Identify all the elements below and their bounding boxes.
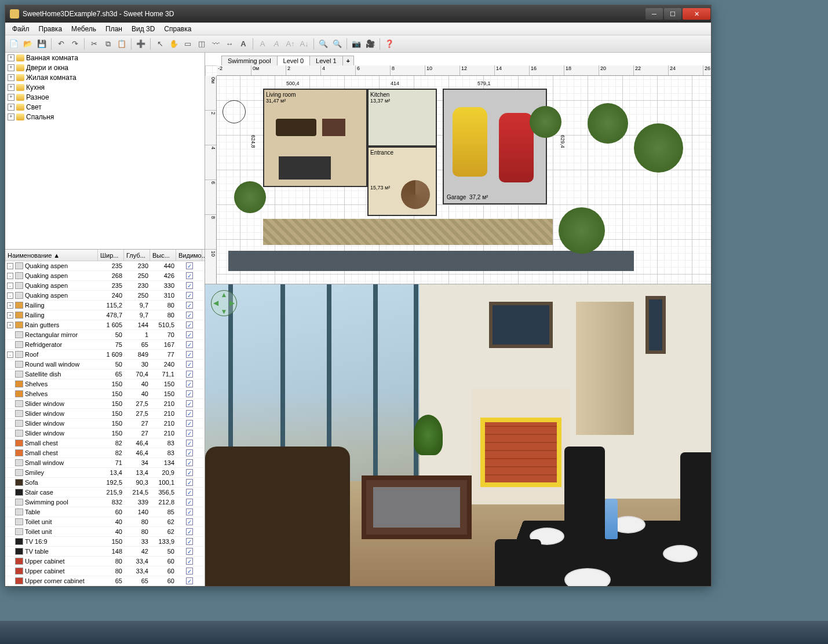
photo-icon[interactable]: 📷 <box>350 38 363 50</box>
tab-swimming-pool[interactable]: Swimming pool <box>221 56 278 65</box>
expand-icon[interactable]: + <box>8 114 14 120</box>
expand-icon[interactable]: - <box>7 273 13 279</box>
visible-checkbox[interactable]: ✓ <box>186 400 193 407</box>
furniture-row[interactable]: Satellite dish6570,471,1✓ <box>5 369 205 379</box>
select-tool-icon[interactable]: ↖ <box>154 38 166 50</box>
menu-edit[interactable]: Правка <box>34 24 67 34</box>
undo-icon[interactable]: ↶ <box>54 38 67 50</box>
staircase-plan[interactable] <box>401 180 430 209</box>
catalog-item[interactable]: +Разное <box>5 92 205 102</box>
visible-checkbox[interactable]: ✓ <box>186 292 193 299</box>
plan-canvas[interactable]: -20м246810121416182022242628 0м246810 50… <box>205 65 711 284</box>
expand-icon[interactable]: + <box>8 74 14 81</box>
furniture-row[interactable]: Small window7134134✓ <box>5 458 205 468</box>
col-width[interactable]: Шир... <box>98 250 124 261</box>
chair-3d[interactable] <box>680 452 711 533</box>
visible-checkbox[interactable]: ✓ <box>186 430 193 437</box>
video-icon[interactable]: 🎥 <box>364 38 377 50</box>
furniture-row[interactable]: Toilet unit408062✓ <box>5 517 205 527</box>
furniture-row[interactable]: Small chest8246,483✓ <box>5 448 205 458</box>
expand-icon[interactable]: + <box>7 322 13 328</box>
menu-furniture[interactable]: Мебель <box>67 24 101 34</box>
expand-icon[interactable]: + <box>8 64 14 71</box>
tab-add-level[interactable]: + <box>342 56 354 65</box>
redo-icon[interactable]: ↷ <box>68 38 81 50</box>
tree-plan[interactable] <box>559 207 605 254</box>
visible-checkbox[interactable]: ✓ <box>186 321 193 328</box>
nav-control[interactable]: ▲ ◀▶ ▼ <box>211 290 237 316</box>
diningtable-plan[interactable] <box>279 156 331 180</box>
catalog-item[interactable]: +Спальня <box>5 112 205 122</box>
visible-checkbox[interactable]: ✓ <box>186 577 193 584</box>
coffeetable-plan[interactable] <box>322 119 345 136</box>
catalog-item[interactable]: +Жилая комната <box>5 72 205 82</box>
furniture-row[interactable]: Sofa192,590,3100,1✓ <box>5 478 205 488</box>
car-red[interactable] <box>499 113 534 182</box>
furniture-row[interactable]: Smiley13,413,420,9✓ <box>5 468 205 478</box>
view-3d[interactable]: ▲ ◀▶ ▼ <box>205 284 711 586</box>
taskbar[interactable] <box>0 621 828 644</box>
visible-checkbox[interactable]: ✓ <box>186 272 193 279</box>
col-depth[interactable]: Глуб... <box>124 250 150 261</box>
furniture-list[interactable]: Наименование ▲ Шир... Глуб... Выс... Вид… <box>5 250 205 586</box>
room-tool-icon[interactable]: ◫ <box>195 38 208 50</box>
minimize-button[interactable]: ─ <box>645 8 663 20</box>
furniture-row[interactable]: Stair case215,9214,5356,5✓ <box>5 488 205 497</box>
furniture-row[interactable]: -Quaking aspen235230440✓ <box>5 261 205 271</box>
furniture-row[interactable]: Upper corner cabinet656560✓ <box>5 576 205 586</box>
nav-left-icon[interactable]: ◀ <box>211 299 220 307</box>
visible-checkbox[interactable]: ✓ <box>186 568 193 575</box>
sofa-plan[interactable] <box>276 119 316 136</box>
paste-icon[interactable]: 📋 <box>115 38 128 50</box>
furniture-row[interactable]: Upper cabinet8033,460✓ <box>5 566 205 576</box>
visible-checkbox[interactable]: ✓ <box>186 489 193 496</box>
visible-checkbox[interactable]: ✓ <box>186 380 193 387</box>
visible-checkbox[interactable]: ✓ <box>186 449 193 456</box>
furniture-row[interactable]: Shelves15040150✓ <box>5 389 205 399</box>
furniture-row[interactable]: Small chest8246,483✓ <box>5 438 205 448</box>
catalog-item[interactable]: +Свет <box>5 102 205 112</box>
tree-plan[interactable] <box>530 106 561 138</box>
menu-plan[interactable]: План <box>101 24 127 34</box>
furniture-row[interactable]: -Quaking aspen240250310✓ <box>5 291 205 301</box>
visible-checkbox[interactable]: ✓ <box>186 499 193 506</box>
catalog-tree[interactable]: +Ванная комната+Двери и окна+Жилая комна… <box>5 53 205 250</box>
compass-icon[interactable] <box>222 100 246 123</box>
visible-checkbox[interactable]: ✓ <box>186 459 193 466</box>
polyline-tool-icon[interactable]: 〰 <box>209 38 222 50</box>
menu-file[interactable]: Файл <box>8 24 34 34</box>
catalog-item[interactable]: +Двери и окна <box>5 63 205 72</box>
expand-icon[interactable]: + <box>8 54 14 61</box>
expand-icon[interactable]: + <box>7 302 13 309</box>
open-icon[interactable]: 📂 <box>21 38 34 50</box>
expand-icon[interactable]: + <box>8 104 14 111</box>
text-italic-icon[interactable]: A <box>270 38 283 50</box>
text-bold-icon[interactable]: A <box>256 38 269 50</box>
furniture-row[interactable]: Refridgerator7565167✓ <box>5 340 205 350</box>
visible-checkbox[interactable]: ✓ <box>186 361 193 368</box>
furniture-row[interactable]: TV 16:915033133,9✓ <box>5 537 205 547</box>
furniture-row[interactable]: +Railing115,29,780✓ <box>5 301 205 310</box>
pool-wall[interactable] <box>228 251 634 271</box>
visible-checkbox[interactable]: ✓ <box>186 351 193 358</box>
expand-icon[interactable]: - <box>7 283 13 289</box>
help-icon[interactable]: ❓ <box>383 38 396 50</box>
visible-checkbox[interactable]: ✓ <box>186 548 193 555</box>
expand-icon[interactable]: + <box>7 312 13 319</box>
visible-checkbox[interactable]: ✓ <box>186 469 193 476</box>
wall-tool-icon[interactable]: ▭ <box>181 38 194 50</box>
furniture-row[interactable]: Rectangular mirror50170✓ <box>5 330 205 340</box>
dimension-tool-icon[interactable]: ↔ <box>223 38 236 50</box>
room-kitchen[interactable]: Kitchen 13,37 м² <box>367 89 437 147</box>
copy-icon[interactable]: ⧉ <box>101 38 114 50</box>
visible-checkbox[interactable]: ✓ <box>186 282 193 289</box>
furniture-row[interactable]: +Railing478,79,780✓ <box>5 310 205 320</box>
col-name[interactable]: Наименование ▲ <box>5 250 98 261</box>
furniture-row[interactable]: Slider window15027210✓ <box>5 419 205 429</box>
visible-checkbox[interactable]: ✓ <box>186 508 193 515</box>
furniture-row[interactable]: Round wall window5030240✓ <box>5 360 205 369</box>
furniture-row[interactable]: Table6014085✓ <box>5 507 205 517</box>
visible-checkbox[interactable]: ✓ <box>186 312 193 319</box>
visible-checkbox[interactable]: ✓ <box>186 262 193 269</box>
furniture-row[interactable]: Slider window15027,5210✓ <box>5 399 205 409</box>
